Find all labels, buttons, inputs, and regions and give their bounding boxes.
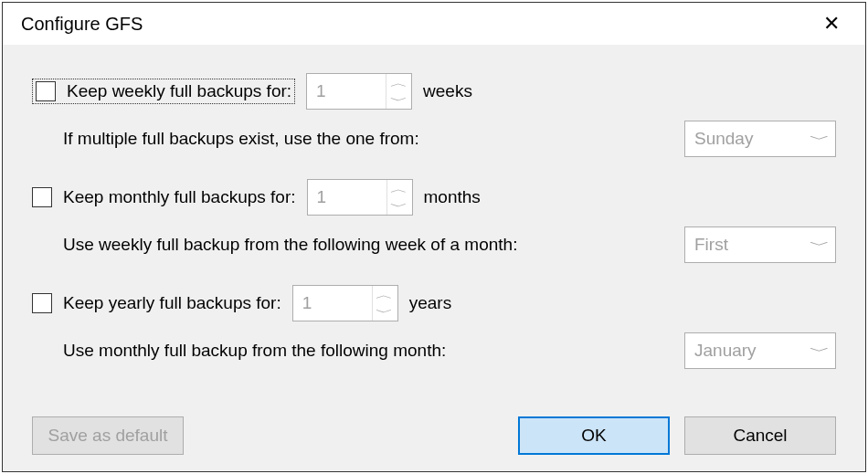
weekly-dropdown-value: Sunday — [694, 129, 753, 149]
weekly-unit: weeks — [423, 81, 472, 101]
yearly-group: Keep yearly full backups for: 1 ︿ ﹀ year… — [32, 284, 836, 370]
yearly-sublabel: Use monthly full backup from the followi… — [63, 341, 446, 361]
cancel-button[interactable]: Cancel — [684, 416, 836, 455]
yearly-row: Keep yearly full backups for: 1 ︿ ﹀ year… — [32, 284, 836, 322]
chevron-down-icon[interactable]: ﹀ — [387, 197, 412, 215]
weekly-subrow: If multiple full backups exist, use the … — [32, 120, 836, 158]
title-bar: Configure GFS ✕ — [3, 3, 865, 45]
yearly-label: Keep yearly full backups for: — [63, 293, 281, 313]
dialog-body: Keep weekly full backups for: 1 ︿ ﹀ week… — [3, 45, 865, 471]
monthly-checkbox[interactable] — [32, 187, 52, 207]
monthly-spinner[interactable]: 1 ︿ ﹀ — [307, 179, 413, 216]
weekly-spinner-value: 1 — [307, 74, 386, 109]
monthly-spinner-buttons: ︿ ﹀ — [386, 180, 412, 215]
chevron-down-icon: ﹀ — [810, 238, 830, 251]
monthly-row: Keep monthly full backups for: 1 ︿ ﹀ mon… — [32, 178, 836, 216]
chevron-up-icon[interactable]: ︿ — [387, 180, 412, 197]
button-row: Save as default OK Cancel — [32, 416, 836, 455]
monthly-group: Keep monthly full backups for: 1 ︿ ﹀ mon… — [32, 178, 836, 264]
chevron-up-icon[interactable]: ︿ — [386, 74, 411, 91]
yearly-spinner-buttons: ︿ ﹀ — [372, 286, 397, 321]
close-icon[interactable]: ✕ — [816, 10, 847, 37]
yearly-checkbox[interactable] — [32, 293, 52, 313]
yearly-unit: years — [409, 293, 451, 313]
yearly-spinner[interactable]: 1 ︿ ﹀ — [292, 285, 398, 321]
monthly-sublabel: Use weekly full backup from the followin… — [63, 235, 517, 255]
weekly-sublabel: If multiple full backups exist, use the … — [63, 129, 419, 149]
chevron-down-icon: ﹀ — [810, 132, 830, 145]
chevron-up-icon[interactable]: ︿ — [373, 286, 397, 303]
monthly-unit: months — [424, 187, 481, 207]
yearly-dropdown-value: January — [694, 341, 757, 361]
monthly-dropdown-value: First — [694, 235, 728, 255]
ok-button[interactable]: OK — [518, 416, 670, 455]
weekly-focus: Keep weekly full backups for: — [32, 79, 295, 104]
weekly-day-dropdown[interactable]: Sunday ﹀ — [684, 121, 836, 157]
weekly-row: Keep weekly full backups for: 1 ︿ ﹀ week… — [32, 72, 836, 111]
monthly-label: Keep monthly full backups for: — [63, 187, 296, 207]
weekly-group: Keep weekly full backups for: 1 ︿ ﹀ week… — [32, 72, 836, 158]
weekly-label: Keep weekly full backups for: — [67, 81, 291, 101]
monthly-subrow: Use weekly full backup from the followin… — [32, 226, 836, 264]
yearly-month-dropdown[interactable]: January ﹀ — [684, 332, 836, 369]
yearly-subrow: Use monthly full backup from the followi… — [32, 332, 836, 370]
chevron-down-icon[interactable]: ﹀ — [373, 303, 397, 321]
chevron-down-icon[interactable]: ﹀ — [386, 91, 411, 109]
save-as-default-button[interactable]: Save as default — [32, 416, 184, 455]
weekly-spinner[interactable]: 1 ︿ ﹀ — [306, 73, 412, 110]
monthly-week-dropdown[interactable]: First ﹀ — [684, 226, 836, 263]
weekly-checkbox[interactable] — [36, 81, 56, 101]
weekly-spinner-buttons: ︿ ﹀ — [386, 74, 411, 109]
window-title: Configure GFS — [21, 14, 143, 35]
chevron-down-icon: ﹀ — [810, 344, 830, 357]
monthly-spinner-value: 1 — [308, 180, 386, 215]
dialog-window: Configure GFS ✕ Keep weekly full backups… — [2, 2, 866, 472]
yearly-spinner-value: 1 — [293, 286, 372, 321]
